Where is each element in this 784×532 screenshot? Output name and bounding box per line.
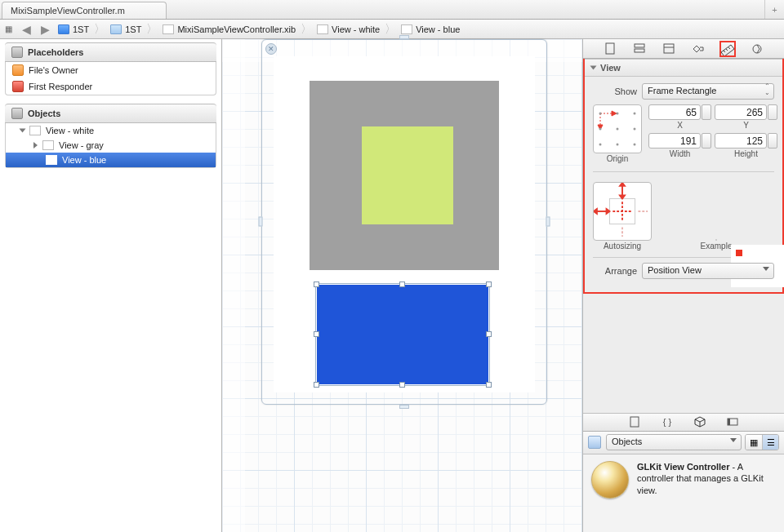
y-label: Y [743,121,749,130]
resize-handle[interactable] [314,282,319,287]
width-field[interactable] [648,133,701,149]
edge-knob[interactable] [399,35,409,39]
placeholders-list: File's Owner First Responder [5,62,216,95]
edge-knob[interactable] [399,405,409,409]
edge-knob[interactable] [259,217,263,227]
resize-handle[interactable] [314,382,319,388]
library-tabs: { } [583,414,784,432]
library-view-mode[interactable]: ▦ ☰ [745,434,779,450]
y-field[interactable] [715,104,767,120]
resize-handle[interactable] [486,282,492,287]
x-label: X [677,121,683,130]
x-field[interactable] [648,104,701,120]
header-label: Placeholders [28,47,83,57]
placeholder-filesowner[interactable]: File's Owner [6,62,216,78]
crumb-view-blue[interactable]: View - blue [398,24,463,34]
library-filter-select[interactable]: Objects [606,434,742,450]
resize-handle[interactable] [486,331,492,337]
height-field[interactable] [715,133,767,149]
y-stepper[interactable] [768,104,777,120]
svg-point-17 [617,128,619,131]
connections-inspector-tab[interactable] [750,42,764,56]
x-stepper[interactable] [702,104,711,120]
view-section-body: Show Frame Rectangle [585,77,782,170]
autosizing-label: Autosizing [604,242,641,250]
svg-rect-33 [630,417,639,427]
disclosure-icon [590,66,597,70]
svg-rect-3 [664,44,674,53]
related-items-icon[interactable]: ▦ [5,24,12,33]
code-snippet-library-tab[interactable]: { } [660,415,675,429]
folder-icon [110,24,122,34]
ruler-left [222,39,245,532]
view-green[interactable] [362,126,453,224]
filesowner-icon [12,64,24,76]
arrange-label: Arrange [593,266,637,276]
selection-outline [315,283,490,386]
object-library-tab[interactable] [693,415,707,429]
disclosure-icon[interactable] [20,129,26,133]
file-template-library-tab[interactable] [627,415,642,429]
view-gray[interactable] [310,81,499,270]
back-button[interactable]: ◀ [17,23,36,36]
resize-handle[interactable] [314,331,319,337]
svg-point-16 [599,128,602,131]
file-tab[interactable]: MixiSampleViewController.m [2,2,167,19]
tree-row-blue[interactable]: View - blue [6,153,216,167]
cube-icon [11,47,23,58]
resize-handle[interactable] [399,382,405,388]
svg-rect-1 [635,44,644,47]
width-stepper[interactable] [702,133,711,149]
view-blue[interactable] [317,285,488,384]
origin-picker[interactable] [593,104,642,153]
autosizing-control[interactable] [593,182,652,241]
tree-row-gray[interactable]: View - gray [6,138,216,153]
autosizing-row: Autosizing Example [585,177,782,255]
xib-icon [163,24,174,34]
arrange-select[interactable]: Position View [642,263,774,279]
crumb-project[interactable]: 1ST [55,24,92,34]
library-item[interactable]: GLKit View Controller - A controller tha… [583,454,784,505]
crumb-folder[interactable]: 1ST [107,24,145,34]
close-view-button[interactable]: ✕ [265,43,277,55]
height-stepper[interactable] [768,133,777,149]
svg-point-15 [634,113,636,115]
add-tab-button[interactable]: + [764,0,784,19]
file-inspector-tab[interactable] [603,42,617,56]
jump-bar: ▦ ◀ ▶ 1ST 〉 1ST 〉 MixiSampleViewControll… [0,20,784,39]
resize-handle[interactable] [399,282,405,287]
show-select[interactable]: Frame Rectangle [642,83,774,100]
identity-inspector-tab[interactable] [662,42,676,56]
objects-header[interactable]: Objects [5,104,216,123]
attributes-inspector-tab[interactable] [691,42,706,56]
quick-help-tab[interactable] [632,42,647,56]
list-mode-button[interactable]: ☰ [762,435,778,450]
view-icon [401,24,412,34]
edge-knob[interactable] [546,217,550,227]
forward-button[interactable]: ▶ [36,23,55,36]
view-white[interactable] [274,56,535,392]
canvas[interactable]: ✕ [222,39,582,532]
example-label: Example [701,242,733,250]
top-level-view-frame[interactable]: ✕ [261,39,547,405]
crumb-sep: 〉 [145,22,159,37]
size-inspector-tab[interactable] [720,42,735,56]
svg-marker-28 [620,196,625,199]
tree-row-white[interactable]: View - white [6,123,216,138]
svg-rect-35 [728,419,730,425]
crumb-sep: 〉 [383,22,398,37]
grid-mode-button[interactable]: ▦ [746,435,762,450]
crumb-file[interactable]: MixiSampleViewController.xib [159,24,299,34]
section-view-header[interactable]: View [585,59,782,77]
placeholders-header[interactable]: Placeholders [5,42,216,62]
disclosure-icon[interactable] [33,142,38,149]
svg-marker-24 [594,209,597,214]
placeholder-firstresponder[interactable]: First Responder [6,78,216,95]
crumb-view-white[interactable]: View - white [314,24,383,34]
resize-handle[interactable] [486,382,492,388]
autosizing-example [715,239,717,241]
library-item-icon [591,461,629,499]
media-library-tab[interactable] [725,415,740,429]
project-icon [58,24,69,34]
width-label: Width [670,149,691,158]
